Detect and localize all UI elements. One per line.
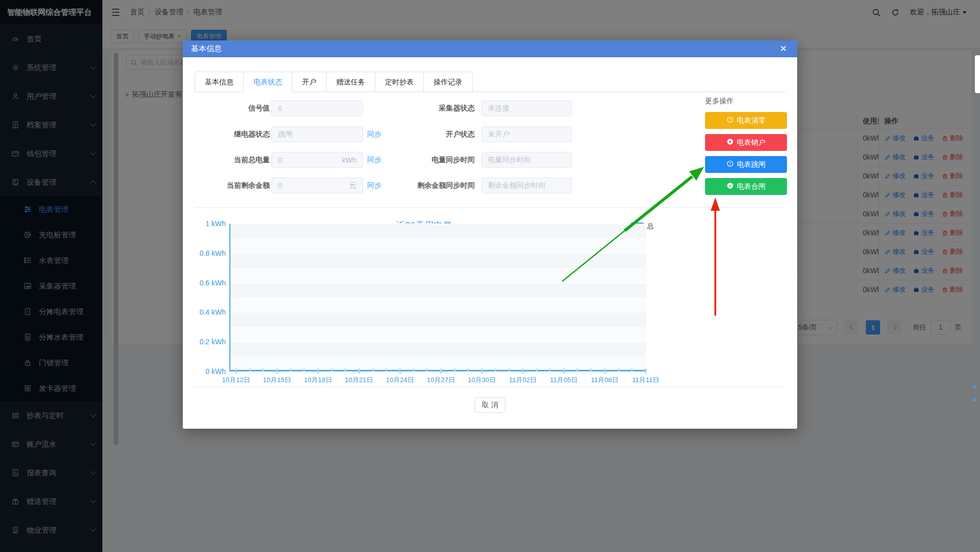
data-point xyxy=(385,369,388,371)
op-button-电表销户[interactable]: 电表销户 xyxy=(705,134,787,151)
field-value: 跳闸 xyxy=(278,130,292,139)
x-tick-mark xyxy=(400,371,400,374)
x-tick-label: 11月05日 xyxy=(543,376,584,385)
y-tick-label: 0.6 kWh xyxy=(183,279,226,287)
data-point xyxy=(467,369,470,371)
x-tick-mark xyxy=(646,371,646,374)
tab-电表状态[interactable]: 电表状态 xyxy=(244,72,292,92)
x-tick-label: 10月30日 xyxy=(461,376,502,385)
tab-基本信息[interactable]: 基本信息 xyxy=(195,72,244,92)
sync-link[interactable]: 同步 xyxy=(367,126,381,142)
tab-操作记录[interactable]: 操作记录 xyxy=(424,72,473,92)
x-tick-mark xyxy=(605,371,605,374)
field-value: 剩余金额同步时间 xyxy=(488,181,545,190)
y-tick-label: 1 kWh xyxy=(183,219,226,228)
grid-line xyxy=(230,312,646,313)
x-tick-label: 11月08日 xyxy=(584,376,625,385)
field-input-right-0[interactable]: 未连接 xyxy=(481,100,572,116)
close-circle-icon xyxy=(727,138,734,147)
data-point xyxy=(371,369,374,371)
y-tick-label: 0.2 kWh xyxy=(183,338,226,346)
grid-line xyxy=(230,224,646,224)
data-point xyxy=(481,369,483,371)
data-point xyxy=(535,369,538,371)
op-button-电表跳闸[interactable]: 电表跳闸 xyxy=(705,156,787,173)
tab-开户[interactable]: 开户 xyxy=(292,72,327,92)
data-point xyxy=(645,369,647,371)
app-screen: 智能物联网综合管理平台 首页系统管理用户管理档案管理钱包管理设备管理电表管理充电… xyxy=(0,0,980,552)
field-label: 采集器状态 xyxy=(398,100,475,116)
op-button-label: 电表清零 xyxy=(737,116,765,125)
data-point xyxy=(617,369,620,371)
sync-link[interactable]: 同步 xyxy=(367,178,381,193)
grid-line xyxy=(230,253,646,254)
data-point xyxy=(358,369,360,371)
data-point xyxy=(576,369,579,371)
meter-detail-dialog: 基本信息 ✕ 基本信息电表状态开户赠送任务定时抄表操作记录 信号值0继电器状态跳… xyxy=(183,40,797,429)
data-point xyxy=(289,369,292,371)
field-input-3[interactable]: 0元 xyxy=(271,178,363,193)
data-point xyxy=(412,369,415,371)
sync-link[interactable]: 同步 xyxy=(367,152,381,168)
x-tick-label: 11月11日 xyxy=(625,376,666,385)
x-tick-label: 10月15日 xyxy=(257,376,297,385)
check-circle-icon xyxy=(727,182,734,191)
tab-定时抄表[interactable]: 定时抄表 xyxy=(375,72,424,92)
op-button-label: 电表销户 xyxy=(737,138,765,147)
field-value: 电量同步时间 xyxy=(488,156,531,165)
data-point xyxy=(494,369,497,371)
x-tick-label: 10月18日 xyxy=(297,376,338,385)
data-point xyxy=(631,369,633,371)
op-button-电表清零[interactable]: 电表清零 xyxy=(705,112,787,129)
data-point xyxy=(303,369,306,371)
drawer-dot-icon xyxy=(973,386,976,389)
y-tick-label: 0.8 kWh xyxy=(183,249,226,257)
data-point xyxy=(235,369,238,371)
cancel-button[interactable]: 取 消 xyxy=(475,398,505,413)
data-point xyxy=(453,369,456,371)
grid-line xyxy=(230,342,646,342)
field-input-right-3[interactable]: 剩余金额同步时间 xyxy=(481,178,572,193)
x-tick-label: 10月24日 xyxy=(379,376,420,385)
more-operations-label: 更多操作 xyxy=(705,97,734,106)
x-tick-mark xyxy=(277,371,278,374)
x-tick-mark xyxy=(482,371,482,374)
x-tick-mark xyxy=(236,371,237,374)
data-point xyxy=(262,369,265,371)
x-tick-mark xyxy=(359,371,359,374)
edge-drawer-handle[interactable] xyxy=(975,55,980,93)
x-tick-mark xyxy=(318,371,318,374)
close-icon[interactable]: ✕ xyxy=(778,45,789,53)
data-point xyxy=(317,369,319,371)
field-label: 当前总电量 xyxy=(193,152,270,168)
data-point xyxy=(248,369,251,371)
tab-赠送任务[interactable]: 赠送任务 xyxy=(327,72,375,92)
x-tick-label: 10月12日 xyxy=(216,376,257,385)
field-label: 剩余金额同步时间 xyxy=(398,178,475,193)
op-button-电表合闸[interactable]: 电表合闸 xyxy=(705,178,787,195)
data-point xyxy=(344,369,347,371)
field-label: 继电器状态 xyxy=(193,126,270,142)
field-input-2[interactable]: 0kWh xyxy=(271,152,363,168)
warning-circle-icon xyxy=(727,116,734,125)
legend-label[interactable]: 总 xyxy=(647,222,654,231)
data-point xyxy=(440,369,442,371)
divider xyxy=(195,387,785,387)
data-point xyxy=(276,369,279,371)
field-label: 信号值 xyxy=(193,100,270,116)
field-value: 0 xyxy=(278,156,282,164)
data-point xyxy=(426,369,429,371)
warning-circle-icon xyxy=(727,160,734,169)
y-tick-label: 0 kWh xyxy=(183,367,226,376)
more-operations-buttons: 电表清零电表销户电表跳闸电表合闸 xyxy=(705,112,787,195)
field-input-right-1[interactable]: 未开户 xyxy=(481,126,572,142)
field-input-0[interactable]: 0 xyxy=(271,100,363,116)
dialog-header: 基本信息 ✕ xyxy=(183,40,797,57)
dialog-title: 基本信息 xyxy=(191,44,222,54)
data-point xyxy=(522,369,524,371)
data-point xyxy=(549,369,551,371)
data-point xyxy=(604,369,606,371)
field-label: 电量同步时间 xyxy=(398,152,475,168)
field-input-right-2[interactable]: 电量同步时间 xyxy=(481,152,572,168)
field-input-1[interactable]: 跳闸 xyxy=(271,126,363,142)
